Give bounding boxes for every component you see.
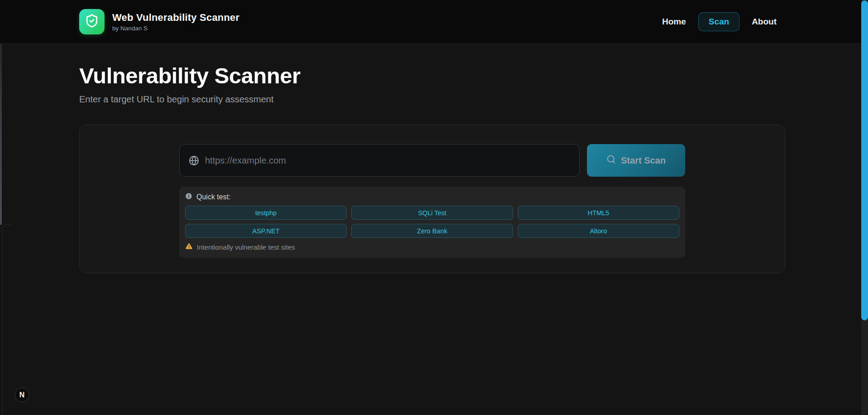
scan-form: Start Scan Quick test: testphp xyxy=(179,144,685,258)
shield-check-icon xyxy=(85,14,99,30)
quick-test-panel: Quick test: testphp SQLi Test HTML5 ASP.… xyxy=(179,187,685,258)
quick-test-warning: Intentionally vulnerable test sites xyxy=(185,242,679,251)
url-row: Start Scan xyxy=(179,144,685,177)
start-scan-label: Start Scan xyxy=(621,155,666,166)
search-icon xyxy=(606,154,616,166)
quick-site-html5[interactable]: HTML5 xyxy=(518,206,679,220)
quick-site-aspnet[interactable]: ASP.NET xyxy=(185,224,347,238)
navbar: Web Vulnerability Scanner by Nandan S Ho… xyxy=(0,0,868,44)
scrollbar-track[interactable] xyxy=(861,0,868,415)
quick-test-label: Quick test: xyxy=(196,193,231,201)
app-title: Web Vulnerability Scanner xyxy=(112,12,239,24)
url-input-wrapper xyxy=(179,144,580,177)
quick-site-altoro[interactable]: Altoro xyxy=(518,224,679,238)
main-nav: Home Scan About xyxy=(661,12,777,31)
info-icon xyxy=(185,193,192,202)
quick-site-zero-bank[interactable]: Zero Bank xyxy=(351,224,513,238)
main-content: Vulnerability Scanner Enter a target URL… xyxy=(79,44,785,273)
quick-test-grid: testphp SQLi Test HTML5 ASP.NET Zero Ban… xyxy=(185,206,679,238)
quick-test-header: Quick test: xyxy=(185,193,679,202)
app-byline: by Nandan S xyxy=(112,25,239,32)
nav-link-about[interactable]: About xyxy=(751,12,777,31)
quick-site-sqli-test[interactable]: SQLi Test xyxy=(351,206,513,220)
page-subtitle: Enter a target URL to begin security ass… xyxy=(79,94,785,105)
nextjs-dev-badge[interactable]: N xyxy=(15,388,29,402)
window-corner-edge xyxy=(2,224,11,415)
brand-text: Web Vulnerability Scanner by Nandan S xyxy=(112,12,239,32)
nav-link-scan[interactable]: Scan xyxy=(698,12,739,31)
app-logo xyxy=(79,9,105,34)
scrollbar-thumb[interactable] xyxy=(861,0,868,320)
start-scan-button[interactable]: Start Scan xyxy=(587,144,685,177)
globe-icon xyxy=(189,155,199,166)
brand: Web Vulnerability Scanner by Nandan S xyxy=(79,9,239,34)
scan-card: Start Scan Quick test: testphp xyxy=(79,125,785,273)
nav-link-home[interactable]: Home xyxy=(661,12,687,31)
target-url-input[interactable] xyxy=(179,144,580,177)
page-title: Vulnerability Scanner xyxy=(79,63,785,88)
warning-text: Intentionally vulnerable test sites xyxy=(197,243,295,251)
warning-triangle-icon xyxy=(185,242,193,251)
hero-section: Vulnerability Scanner Enter a target URL… xyxy=(79,44,785,105)
quick-site-testphp[interactable]: testphp xyxy=(185,206,347,220)
